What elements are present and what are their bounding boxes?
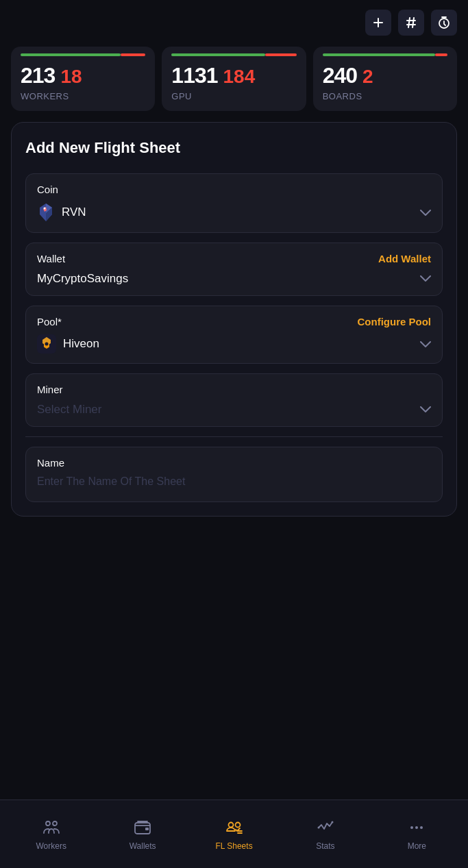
workers-stat-card: 213 18 WORKERS	[11, 47, 155, 111]
coin-section: Coin RVN	[25, 173, 443, 233]
pool-label: Pool*	[37, 316, 62, 327]
workers-main-value: 213	[21, 63, 55, 88]
hash-button[interactable]	[398, 10, 424, 36]
add-wallet-button[interactable]: Add Wallet	[378, 253, 431, 264]
pool-header: Pool* Configure Pool	[37, 316, 431, 327]
nav-item-more[interactable]: More	[371, 813, 463, 856]
gpu-alert-value: 184	[223, 66, 256, 88]
hiveon-icon	[37, 334, 56, 354]
nav-item-workers[interactable]: Workers	[5, 813, 97, 856]
nav-item-fl-sheets[interactable]: FL Sheets	[188, 813, 280, 856]
stats-nav-icon	[316, 818, 335, 837]
gpu-main-value: 1131	[171, 63, 217, 88]
gpu-stat-card: 1131 184 GPU	[162, 47, 306, 111]
form-divider	[25, 436, 443, 437]
fl-sheets-nav-label: FL Sheets	[215, 841, 252, 851]
svg-point-16	[420, 826, 423, 829]
workers-nav-label: Workers	[36, 841, 66, 851]
svg-rect-9	[145, 828, 149, 830]
boards-stat-card: 240 2 BOARDS	[313, 47, 457, 111]
add-button[interactable]	[365, 10, 391, 36]
svg-point-13	[331, 821, 333, 823]
timer-button[interactable]	[431, 10, 457, 36]
name-input[interactable]: Enter The Name Of The Sheet	[37, 475, 431, 488]
stats-nav-label: Stats	[316, 841, 334, 851]
main-content: Add New Flight Sheet Coin RVN	[11, 122, 457, 517]
coin-chevron-icon	[420, 206, 431, 220]
miner-dropdown[interactable]: Select Miner	[37, 402, 431, 417]
svg-point-5	[45, 343, 49, 346]
boards-bar	[323, 53, 447, 56]
miner-placeholder: Select Miner	[37, 403, 101, 417]
wallet-section: Wallet Add Wallet MyCryptoSavings	[25, 243, 443, 296]
fl-sheets-nav-icon	[225, 818, 244, 837]
more-nav-label: More	[408, 841, 426, 851]
miner-chevron-icon	[420, 402, 431, 417]
wallet-header: Wallet Add Wallet	[37, 253, 431, 264]
nav-item-stats[interactable]: Stats	[280, 813, 371, 856]
coin-dropdown[interactable]: RVN	[37, 202, 431, 223]
wallets-nav-label: Wallets	[130, 841, 156, 851]
pool-value: Hiveon	[63, 337, 99, 351]
coin-value: RVN	[62, 206, 86, 219]
svg-point-7	[53, 821, 57, 826]
svg-point-6	[46, 821, 50, 826]
page-title: Add New Flight Sheet	[25, 139, 443, 157]
pool-section: Pool* Configure Pool Hiveon	[25, 306, 443, 364]
wallets-nav-icon	[133, 818, 152, 837]
wallet-value: MyCryptoSavings	[37, 272, 128, 286]
svg-point-3	[44, 208, 46, 210]
name-section: Name Enter The Name Of The Sheet	[25, 447, 443, 502]
name-label: Name	[37, 457, 431, 469]
boards-alert-value: 2	[362, 66, 373, 88]
top-bar	[0, 0, 468, 41]
nav-item-wallets[interactable]: Wallets	[97, 813, 188, 856]
workers-label: WORKERS	[21, 91, 145, 101]
miner-section: Miner Select Miner	[25, 373, 443, 427]
svg-point-11	[235, 822, 240, 827]
rvn-icon	[37, 202, 55, 223]
bottom-nav: Workers Wallets FL Sheets Stats	[0, 799, 468, 868]
configure-pool-button[interactable]: Configure Pool	[358, 316, 432, 327]
wallet-chevron-icon	[420, 271, 431, 286]
wallet-label: Wallet	[37, 253, 65, 264]
boards-label: BOARDS	[323, 91, 447, 101]
pool-chevron-icon	[420, 337, 431, 351]
stats-row: 213 18 WORKERS 1131 184 GPU 240 2 BOARDS	[0, 41, 468, 122]
workers-nav-icon	[42, 818, 61, 837]
svg-rect-1	[373, 22, 383, 23]
boards-main-value: 240	[323, 63, 357, 88]
more-nav-icon	[407, 818, 426, 837]
gpu-bar	[171, 53, 296, 56]
svg-point-10	[228, 822, 233, 827]
svg-point-15	[415, 826, 418, 829]
svg-point-14	[410, 826, 413, 829]
wallet-dropdown[interactable]: MyCryptoSavings	[37, 271, 431, 286]
gpu-label: GPU	[171, 91, 296, 101]
miner-label: Miner	[37, 384, 431, 395]
workers-bar	[21, 53, 145, 56]
coin-label: Coin	[37, 184, 431, 195]
pool-dropdown[interactable]: Hiveon	[37, 334, 431, 354]
workers-alert-value: 18	[60, 66, 82, 88]
svg-point-12	[317, 826, 319, 828]
